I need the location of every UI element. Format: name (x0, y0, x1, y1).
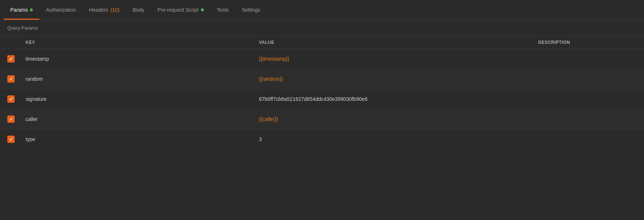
row5-value: 3 (255, 132, 535, 147)
tab-body[interactable]: Body (126, 0, 151, 20)
table-header: KEY VALUE DESCRIPTION (0, 36, 644, 49)
row2-key: random (22, 72, 255, 86)
row4-description (535, 115, 644, 124)
row4-key: caller (22, 112, 255, 126)
row1-description (535, 54, 644, 63)
row2-description (535, 75, 644, 83)
row1-key: timestamp (22, 52, 255, 66)
row5-description (535, 135, 644, 144)
pre-request-dot-icon (201, 8, 204, 11)
row1-check-col (0, 55, 22, 62)
row3-description (535, 95, 644, 103)
tab-body-label: Body (133, 7, 144, 13)
tab-pre-request-label: Pre-request Script (158, 7, 199, 13)
tab-settings-label: Settings (242, 7, 260, 13)
row2-value: {{random}} (255, 72, 535, 86)
row1-value: {{timestamp}} (255, 52, 535, 66)
row2-checkbox[interactable] (7, 75, 15, 83)
table-row: random {{random}} (0, 69, 644, 89)
header-description: DESCRIPTION (535, 40, 644, 45)
row1-checkbox[interactable] (7, 55, 15, 62)
row5-check-col (0, 136, 22, 143)
tab-authorization-label: Authorization (46, 7, 76, 13)
tab-headers[interactable]: Headers (10) (82, 0, 126, 20)
row2-check-col (0, 75, 22, 83)
row4-check-col (0, 115, 22, 123)
table-row: signature 67b0ff7cb6a521627d854ddc430e39… (0, 89, 644, 109)
table-row: timestamp {{timestamp}} (0, 49, 644, 69)
tab-pre-request-script[interactable]: Pre-request Script (151, 0, 210, 20)
row4-checkbox[interactable] (7, 115, 15, 123)
row5-checkbox[interactable] (7, 136, 15, 143)
query-params-table: KEY VALUE DESCRIPTION timestamp {{timest… (0, 36, 644, 149)
row3-check-col (0, 95, 22, 103)
tabs-bar: Params Authorization Headers (10) Body P… (0, 0, 644, 20)
row5-key: type (22, 132, 255, 147)
table-row: type 3 (0, 129, 644, 149)
tab-authorization[interactable]: Authorization (39, 0, 82, 20)
tab-tests-label: Tests (217, 7, 229, 13)
params-dot-icon (30, 8, 33, 11)
row3-key: signature (22, 92, 255, 106)
section-label: Query Params (7, 25, 38, 31)
tab-settings[interactable]: Settings (235, 0, 267, 20)
headers-count: (10) (110, 7, 120, 13)
header-key: KEY (22, 40, 255, 45)
tab-params[interactable]: Params (4, 0, 39, 20)
tab-params-label: Params (10, 7, 28, 13)
table-row: caller {{caller}} (0, 109, 644, 129)
row3-checkbox[interactable] (7, 95, 15, 103)
tab-headers-label: Headers (89, 7, 108, 13)
row3-value: 67b0ff7cb6a521627d854ddc430e399030fb90e6 (255, 92, 535, 106)
row4-value: {{caller}} (255, 112, 535, 126)
tab-tests[interactable]: Tests (210, 0, 236, 20)
header-value: VALUE (255, 40, 535, 45)
section-header: Query Params (0, 20, 644, 36)
